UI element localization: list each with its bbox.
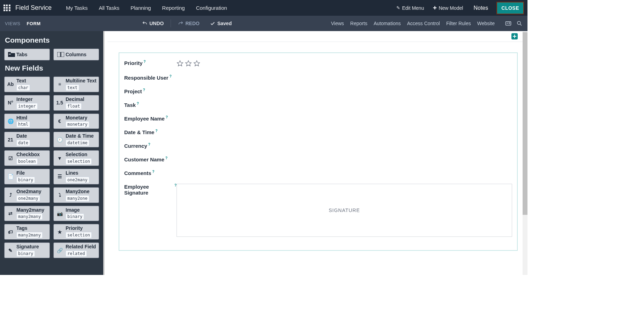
- field-value[interactable]: SIGNATURE: [177, 184, 512, 237]
- form-row-9[interactable]: Employee Signature ?SIGNATURE: [123, 183, 514, 238]
- id-card-icon[interactable]: [505, 20, 511, 27]
- help-icon[interactable]: ?: [165, 156, 167, 160]
- field-tile-binary-18[interactable]: ✎Signaturebinary: [4, 242, 50, 258]
- field-value[interactable]: [177, 60, 512, 67]
- field-tile-related-19[interactable]: 🔗Related Fieldrelated: [53, 242, 99, 258]
- subtab-automations[interactable]: Automations: [374, 21, 401, 26]
- app-title[interactable]: Field Service: [15, 4, 52, 12]
- nav-all-tasks[interactable]: All Tasks: [93, 5, 125, 11]
- field-tile-many2many-14[interactable]: ⇄Many2manymany2many: [4, 206, 50, 221]
- field-tile-selection-17[interactable]: ★Priorityselection: [53, 224, 99, 240]
- help-icon[interactable]: ?: [166, 115, 168, 119]
- field-name-label: Signature: [16, 244, 48, 250]
- undo-icon: [142, 21, 148, 26]
- form-row-2[interactable]: Project ?: [123, 88, 514, 95]
- apps-grid-icon[interactable]: [3, 5, 10, 12]
- help-icon[interactable]: ?: [155, 129, 157, 133]
- field-name-label: Date & Time: [66, 133, 97, 139]
- undo-button[interactable]: UNDO: [140, 19, 166, 28]
- search-icon[interactable]: [516, 20, 523, 27]
- subtab-website[interactable]: Website: [477, 21, 495, 26]
- close-button[interactable]: CLOSE: [496, 2, 524, 14]
- field-icon: 🌐: [5, 114, 16, 129]
- star-icon[interactable]: [185, 60, 192, 67]
- field-type-label: selection: [66, 158, 92, 165]
- add-element-button[interactable]: [511, 33, 518, 39]
- field-type-label: html: [16, 121, 30, 128]
- field-label: Customer Name ?: [124, 156, 177, 162]
- priority-stars[interactable]: [177, 60, 512, 67]
- page-scrollbar[interactable]: [523, 31, 527, 275]
- form-breadcrumb[interactable]: FORM: [27, 21, 40, 26]
- nav-configuration[interactable]: Configuration: [190, 5, 233, 11]
- notes-link[interactable]: Notes: [469, 5, 493, 11]
- subtab-filter-rules[interactable]: Filter Rules: [446, 21, 471, 26]
- field-tile-datetime-7[interactable]: 🕘Date & Timedatetime: [53, 132, 99, 147]
- sidebar: Components Tabs Columns New Fields AbTex…: [0, 31, 103, 275]
- field-type-label: binary: [16, 250, 35, 257]
- star-icon[interactable]: [177, 60, 184, 67]
- help-icon[interactable]: ?: [148, 143, 150, 146]
- field-type-label: date: [16, 140, 30, 146]
- help-icon[interactable]: ?: [137, 102, 139, 105]
- field-type-label: one2many: [66, 177, 89, 183]
- help-icon[interactable]: ?: [152, 170, 155, 174]
- form-row-5[interactable]: Date & Time ?: [123, 129, 514, 136]
- svg-point-2: [517, 21, 521, 24]
- field-tile-many2one-13[interactable]: ⤵Many2onemany2one: [53, 187, 99, 203]
- field-tile-char-0[interactable]: AbTextchar: [4, 77, 50, 92]
- help-icon[interactable]: ?: [143, 88, 145, 92]
- form-canvas: Priority ?Responsible User ?Project ?Tas…: [103, 31, 527, 275]
- new-model-button[interactable]: ✚ New Model: [429, 3, 466, 13]
- field-name-label: Priority: [66, 225, 97, 231]
- subtab-reports[interactable]: Reports: [350, 21, 367, 26]
- field-tile-binary-15[interactable]: 📷Imagebinary: [53, 206, 99, 221]
- nav-my-tasks[interactable]: My Tasks: [60, 5, 93, 11]
- help-icon[interactable]: ?: [144, 60, 146, 64]
- field-name-label: Html: [16, 115, 48, 121]
- star-icon[interactable]: [193, 60, 200, 67]
- subtab-views[interactable]: Views: [331, 21, 344, 26]
- help-icon[interactable]: ?: [174, 183, 177, 187]
- subbar: VIEWS FORM UNDO REDO Saved Views Reports…: [0, 16, 527, 31]
- field-tile-date-6[interactable]: 21Datedate: [4, 132, 50, 147]
- field-tile-integer-2[interactable]: N°Integerinteger: [4, 95, 50, 111]
- field-tile-boolean-8[interactable]: ☑Checkboxboolean: [4, 150, 50, 166]
- edit-menu-button[interactable]: ✎ Edit Menu: [393, 3, 427, 13]
- signature-box[interactable]: SIGNATURE: [177, 184, 512, 237]
- form-row-4[interactable]: Employee Name ?: [123, 115, 514, 122]
- field-tile-html-4[interactable]: 🌐Htmlhtml: [4, 114, 50, 129]
- svg-rect-4: [8, 52, 11, 53]
- field-tile-many2many-16[interactable]: 🏷Tagsmany2many: [4, 224, 50, 240]
- scroll-thumb[interactable]: [523, 32, 527, 215]
- field-tile-one2many-11[interactable]: ☰Linesone2many: [53, 169, 99, 184]
- form-row-1[interactable]: Responsible User ?: [123, 74, 514, 81]
- form-row-6[interactable]: Currency ?: [123, 142, 514, 150]
- form-row-3[interactable]: Task ?: [123, 101, 514, 109]
- field-icon: N°: [5, 95, 16, 110]
- redo-button[interactable]: REDO: [176, 19, 201, 28]
- field-label: Project ?: [124, 88, 177, 94]
- field-tile-binary-10[interactable]: 📄Filebinary: [4, 169, 50, 184]
- nav-reporting[interactable]: Reporting: [157, 5, 190, 11]
- field-tile-selection-9[interactable]: ▼Selectionselection: [53, 150, 99, 166]
- component-columns[interactable]: Columns: [53, 49, 99, 60]
- plus-icon: [512, 34, 517, 38]
- field-tile-float-3[interactable]: 1.5Decimalfloat: [53, 95, 99, 111]
- form-row-8[interactable]: Comments ?: [123, 169, 514, 177]
- form-row-7[interactable]: Customer Name ?: [123, 156, 514, 163]
- field-name-label: Many2many: [16, 207, 48, 213]
- field-icon: Ab: [5, 77, 16, 92]
- field-label: Comments ?: [124, 170, 177, 176]
- nav-planning[interactable]: Planning: [125, 5, 156, 11]
- field-tile-one2many-12[interactable]: ⤴One2manyone2many: [4, 187, 50, 203]
- subtab-access-control[interactable]: Access Control: [407, 21, 440, 26]
- field-tile-text-1[interactable]: ≡Multiline Texttext: [53, 77, 99, 92]
- component-tabs[interactable]: Tabs: [4, 49, 50, 60]
- field-type-label: related: [66, 250, 87, 257]
- form-row-0[interactable]: Priority ?: [123, 59, 514, 68]
- field-name-label: Selection: [66, 152, 97, 158]
- help-icon[interactable]: ?: [170, 74, 172, 78]
- field-tile-monetary-5[interactable]: €Monetarymonetary: [53, 114, 99, 129]
- redo-icon: [178, 21, 184, 26]
